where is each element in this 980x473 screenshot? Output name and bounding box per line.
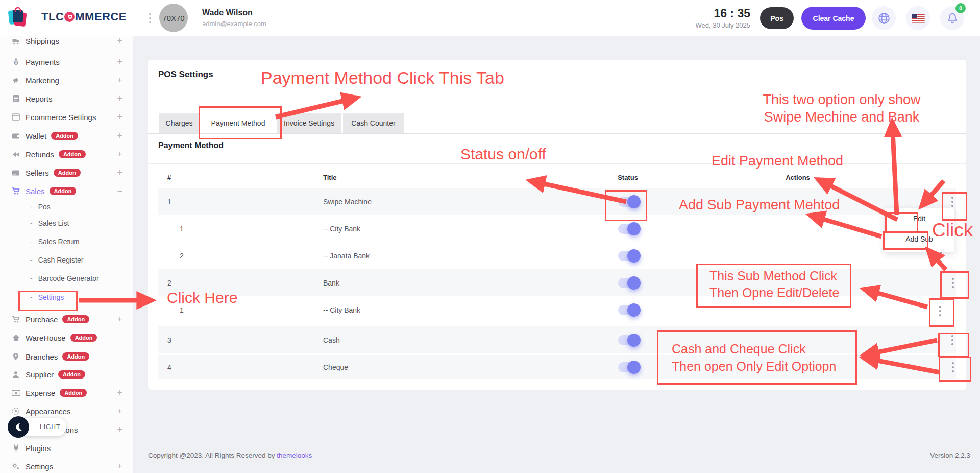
- sidebar-item-ecommerce-settings[interactable]: Ecommerce Settings +: [0, 108, 133, 126]
- sidebar-item-payments[interactable]: $ Payments +: [0, 53, 133, 71]
- sidebar-item-wallet[interactable]: Wallet Addon +: [0, 127, 133, 145]
- divider: [148, 163, 966, 164]
- tab-cash-counter[interactable]: Cash Counter: [343, 113, 404, 133]
- avatar-placeholder-text: 70X70: [162, 14, 184, 22]
- row-actions-kebab-icon[interactable]: [935, 302, 945, 320]
- expand-icon[interactable]: +: [117, 93, 122, 104]
- sidebar-subitem-sales-return[interactable]: -Sales Return: [0, 234, 133, 249]
- themelooks-link[interactable]: themelooks: [277, 452, 312, 459]
- status-toggle[interactable]: [618, 335, 639, 345]
- dropdown-add-sub-item[interactable]: Add Sub: [885, 235, 954, 243]
- expand-icon[interactable]: +: [117, 36, 122, 46]
- row-actions-kebab-icon[interactable]: [947, 332, 958, 349]
- expand-icon[interactable]: +: [117, 461, 122, 472]
- addon-badge: Addon: [62, 352, 89, 361]
- brand-logo[interactable]: TLCMMERCE: [7, 5, 127, 29]
- expand-icon[interactable]: +: [117, 388, 122, 398]
- expand-icon[interactable]: +: [117, 75, 122, 86]
- addon-badge: Addon: [54, 169, 81, 177]
- language-globe-button[interactable]: [872, 6, 896, 30]
- sidebar-item-branches[interactable]: Branches Addon: [0, 347, 133, 366]
- truck-icon: [11, 37, 20, 45]
- sidebar-subitem-settings[interactable]: -Settings: [0, 290, 133, 305]
- expand-icon[interactable]: +: [117, 314, 122, 325]
- theme-light-label: LIGHT: [40, 423, 60, 431]
- addon-badge: Addon: [70, 334, 97, 342]
- col-header-actions: Actions: [777, 174, 818, 181]
- sidebar-item-shippings[interactable]: Shippings +: [0, 36, 133, 50]
- sidebar-item-warehouse[interactable]: WareHouse Addon: [0, 328, 133, 347]
- browser-window-icon: [11, 113, 20, 121]
- shopping-bag-logo-icon: [7, 5, 29, 29]
- status-toggle[interactable]: [618, 278, 639, 288]
- sidebar-item-supplier[interactable]: Supplier Addon: [0, 365, 133, 384]
- addon-badge: Addon: [60, 389, 87, 397]
- divider: [148, 187, 966, 187]
- addon-badge: Addon: [58, 370, 85, 379]
- sidebar-item-marketing[interactable]: Marketing +: [0, 71, 133, 89]
- avatar[interactable]: 70X70: [159, 4, 188, 32]
- tab-invoice-settings[interactable]: Invoice Settings: [277, 113, 341, 133]
- sidebar-subitem-barcode-generator[interactable]: -Barcode Generator: [0, 271, 133, 286]
- sidebar-subitem-pos[interactable]: -Pos: [0, 199, 133, 215]
- expand-icon[interactable]: +: [117, 57, 122, 67]
- row-actions-kebab-icon[interactable]: [947, 193, 958, 210]
- dropdown-edit-item[interactable]: Edit: [885, 215, 954, 223]
- map-pin-icon: [11, 352, 20, 361]
- addon-badge: Addon: [62, 315, 89, 323]
- report-file-icon: [11, 94, 20, 103]
- row-actions-kebab-icon[interactable]: [948, 359, 958, 376]
- card-icon: [11, 169, 20, 177]
- col-header-number: #: [167, 174, 171, 181]
- sidebar-item-settings[interactable]: Settings +: [0, 457, 133, 473]
- status-toggle[interactable]: [618, 197, 639, 207]
- sidebar-item-plugins[interactable]: Plugins: [0, 439, 133, 457]
- us-flag-icon: [912, 14, 925, 23]
- pos-button[interactable]: Pos: [760, 7, 794, 29]
- page-title: POS Settings: [158, 69, 213, 80]
- wallet-icon: [11, 132, 20, 140]
- collapse-icon[interactable]: −: [117, 186, 122, 197]
- addon-badge: Addon: [51, 132, 78, 140]
- home-icon: [11, 334, 20, 342]
- clock-time: 16 : 35: [679, 7, 750, 20]
- row-actions-kebab-icon[interactable]: [948, 274, 958, 292]
- user-email: admin@example.com: [202, 20, 266, 28]
- brand-wordmark: TLCMMERCE: [41, 10, 127, 23]
- locale-flag-button[interactable]: [906, 6, 930, 30]
- status-toggle[interactable]: [618, 305, 639, 315]
- header-kebab-icon[interactable]: [149, 13, 151, 23]
- expand-icon[interactable]: +: [117, 112, 122, 123]
- svg-text:$: $: [15, 61, 17, 64]
- sidebar-subitem-sales-list[interactable]: -Sales List: [0, 216, 133, 231]
- expand-icon[interactable]: +: [117, 406, 122, 417]
- sidebar-item-expense[interactable]: Expense Addon +: [0, 384, 133, 402]
- sidebar-item-sales[interactable]: Sales Addon −: [0, 182, 133, 200]
- sidebar-item-sellers[interactable]: Sellers Addon +: [0, 163, 133, 182]
- tab-payment-method[interactable]: Payment Method: [201, 113, 275, 133]
- status-toggle[interactable]: [618, 251, 639, 261]
- status-toggle[interactable]: [618, 224, 639, 234]
- expand-icon[interactable]: +: [117, 149, 122, 160]
- addon-badge: Addon: [50, 187, 77, 195]
- sidebar-subitem-cash-register[interactable]: -Cash Register: [0, 252, 133, 268]
- expand-icon[interactable]: +: [117, 424, 122, 435]
- user-name: Wade Wilson: [202, 8, 253, 17]
- table-row-city-bank-1: 1 -- City Bank: [158, 215, 956, 242]
- sidebar-item-refunds[interactable]: Refunds Addon +: [0, 145, 133, 163]
- actions-dropdown: Edit Add Sub: [885, 208, 954, 252]
- status-toggle[interactable]: [618, 362, 639, 372]
- expand-icon[interactable]: +: [117, 131, 122, 141]
- moon-icon: [13, 422, 23, 432]
- table-row-cash: 3 Cash: [158, 326, 956, 353]
- pos-settings-page: TLCMMERCE 70X70 Wade Wilson admin@exampl…: [0, 0, 980, 473]
- bell-icon: [946, 12, 959, 25]
- person-icon: [11, 370, 20, 379]
- sidebar-item-reports[interactable]: Reports +: [0, 89, 133, 108]
- expand-icon[interactable]: +: [117, 168, 122, 178]
- theme-toggle-button[interactable]: [8, 416, 29, 438]
- sidebar-item-purchase[interactable]: Purchase Addon +: [0, 310, 133, 328]
- tab-charges[interactable]: Charges: [159, 113, 200, 133]
- globe-icon: [877, 12, 891, 25]
- clear-cache-button[interactable]: Clear Cache: [801, 7, 866, 30]
